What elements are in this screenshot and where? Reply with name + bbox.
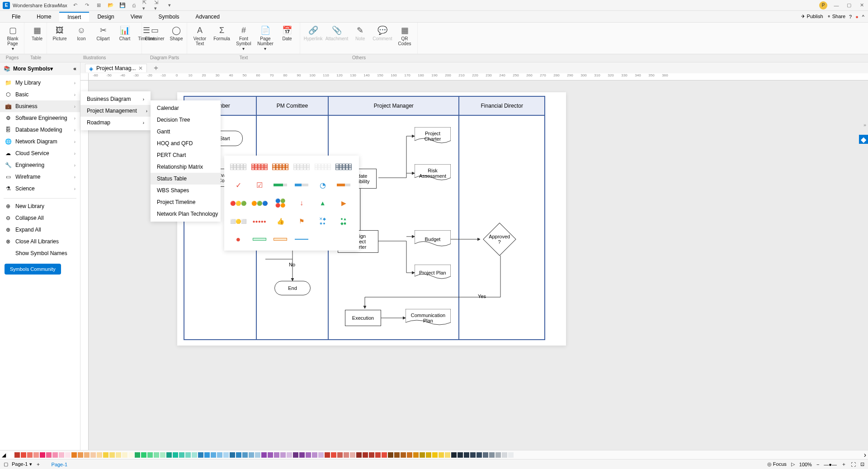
color-swatch[interactable] — [407, 452, 412, 458]
color-swatch[interactable] — [268, 452, 273, 458]
shape-symbols-green[interactable]: ●▲◆■ — [335, 215, 352, 227]
color-swatch[interactable] — [356, 452, 362, 458]
color-swatch[interactable] — [299, 452, 305, 458]
print-icon[interactable]: ⎙ — [131, 2, 138, 9]
open-icon[interactable]: 📂 — [107, 2, 114, 9]
pages-icon[interactable]: ▢ — [4, 461, 8, 467]
user-avatar[interactable]: P — [819, 1, 827, 9]
page-number-button[interactable]: 📄PageNumber ▾ — [256, 24, 274, 52]
flyout-hoq-and-qfd[interactable]: HOQ and QFD — [151, 137, 221, 149]
panel-action-new-library[interactable]: ⊕New Library — [0, 200, 80, 212]
flyout-network-plan-technology[interactable]: Network Plan Technology — [151, 208, 221, 220]
import-icon[interactable]: ⇲ ▾ — [154, 2, 161, 9]
color-swatch[interactable] — [230, 452, 235, 458]
color-swatch[interactable] — [154, 452, 159, 458]
shape-progress-orange[interactable] — [335, 179, 352, 191]
flyout-business-diagram[interactable]: Business Diagram› — [80, 93, 151, 105]
flyout-calendar[interactable]: Calendar — [151, 102, 221, 114]
shape-toggle[interactable]: ⬜🟡⬜ — [230, 215, 247, 227]
color-swatch[interactable] — [445, 452, 450, 458]
color-swatch[interactable] — [90, 452, 96, 458]
color-swatch[interactable] — [337, 452, 343, 458]
color-swatch[interactable] — [135, 452, 140, 458]
color-swatch[interactable] — [495, 452, 501, 458]
color-swatch[interactable] — [261, 452, 267, 458]
color-swatch[interactable] — [420, 452, 425, 458]
shape-rating-dots[interactable]: ●●●●● — [251, 215, 268, 227]
color-swatch[interactable] — [179, 452, 184, 458]
color-swatch[interactable] — [14, 452, 20, 458]
swimlane-header-finance[interactable]: Financial Director — [459, 96, 545, 115]
picture-button[interactable]: 🖼Picture — [51, 24, 69, 42]
color-swatch[interactable] — [27, 452, 33, 458]
page-selector[interactable]: Page-1 ▾ — [12, 461, 32, 467]
color-swatch[interactable] — [40, 452, 45, 458]
symbol-panel-header[interactable]: 📚 More Symbols▾ « — [0, 62, 80, 75]
color-swatch[interactable] — [59, 452, 64, 458]
panel-action-show-symbol-names[interactable]: Show Symbol Names — [0, 247, 80, 259]
document-tab[interactable]: ◈ Project Manag... ✕ — [85, 64, 147, 72]
color-swatch[interactable] — [432, 452, 438, 458]
new-icon[interactable]: ⊞ — [95, 2, 103, 9]
add-page-icon[interactable]: ＋ — [36, 461, 41, 468]
qr-codes-button[interactable]: ▦QRCodes — [396, 24, 414, 47]
share-button[interactable]: ⚬ Share — [827, 14, 845, 19]
shape-bar-orange[interactable] — [272, 233, 289, 245]
shape-approved[interactable]: Approved? — [485, 225, 514, 254]
shape-flag[interactable]: ⚑ — [293, 215, 310, 227]
menu-file[interactable]: File — [4, 12, 28, 21]
color-swatch[interactable] — [211, 452, 216, 458]
blank-page-button[interactable]: ▢BlankPage ▾ — [4, 24, 22, 52]
panel-action-collapse-all[interactable]: ⊖Collapse All — [0, 212, 80, 224]
color-swatch[interactable] — [489, 452, 495, 458]
color-swatch[interactable] — [249, 452, 254, 458]
vector-text-button[interactable]: AVectorText — [191, 24, 209, 52]
color-swatch[interactable] — [464, 452, 469, 458]
save-icon[interactable]: 💾 — [119, 2, 126, 9]
panel-category-wireframe[interactable]: ▭Wireframe› — [0, 171, 80, 183]
shape-progress-green[interactable] — [272, 179, 289, 191]
color-swatch[interactable] — [318, 452, 324, 458]
menu-insert[interactable]: Insert — [59, 12, 89, 22]
color-swatch[interactable] — [280, 452, 286, 458]
publish-button[interactable]: ✈ Publish — [801, 14, 823, 19]
page-tab[interactable]: Page-1 — [52, 462, 67, 467]
color-swatch[interactable] — [84, 452, 90, 458]
color-swatch[interactable] — [439, 452, 444, 458]
panel-action-expand-all[interactable]: ⊕Expand All — [0, 224, 80, 236]
zoom-level[interactable]: 100% — [799, 462, 812, 467]
menu-design[interactable]: Design — [89, 12, 122, 21]
shape-circle-red[interactable]: ● — [230, 233, 247, 245]
panel-category-software-engineering[interactable]: ⚙Software Engineering› — [0, 112, 80, 124]
minimize-icon[interactable]: — — [833, 2, 840, 9]
container-button[interactable]: ▭Container — [146, 24, 164, 42]
color-swatch[interactable] — [274, 452, 279, 458]
swimlane-header-manager[interactable]: Project Manager — [328, 96, 459, 115]
maximize-icon[interactable]: ▢ — [845, 2, 853, 9]
color-swatch[interactable] — [483, 452, 488, 458]
shape-execution[interactable]: Execution — [345, 310, 381, 326]
shape-thumb-table-red[interactable] — [251, 161, 268, 173]
collapse-ribbon-icon[interactable]: ^ — [862, 14, 864, 19]
color-swatch[interactable] — [375, 452, 381, 458]
shape-thumb-table-white[interactable] — [314, 161, 331, 173]
flyout-relationship-matrix[interactable]: Relationship Matrix — [151, 161, 221, 173]
color-swatch[interactable] — [21, 452, 26, 458]
color-swatch[interactable] — [128, 452, 134, 458]
clipart-button[interactable]: ✂Clipart — [94, 24, 112, 42]
flyout-decision-tree[interactable]: Decision Tree — [151, 114, 221, 126]
flyout-gantt[interactable]: Gantt — [151, 126, 221, 137]
color-swatch[interactable] — [97, 452, 102, 458]
export-icon[interactable]: ⇱ ▾ — [142, 2, 150, 9]
shape-button[interactable]: ◯Shape — [167, 24, 185, 42]
panel-category-database-modeling[interactable]: 🗄Database Modeling› — [0, 124, 80, 136]
play-icon[interactable]: ▷ — [791, 461, 795, 467]
shape-triangle-up[interactable]: ▲ — [314, 197, 331, 209]
color-swatch[interactable] — [508, 452, 514, 458]
color-swatch[interactable] — [65, 452, 71, 458]
color-swatch[interactable] — [401, 452, 406, 458]
panel-action-close-all-libraries[interactable]: ⊗Close All Libraries — [0, 236, 80, 247]
shape-commplan[interactable]: CommunicationPlan — [406, 309, 451, 327]
fullscreen-icon[interactable]: ⊡ — [860, 461, 864, 467]
color-swatch[interactable] — [242, 452, 248, 458]
